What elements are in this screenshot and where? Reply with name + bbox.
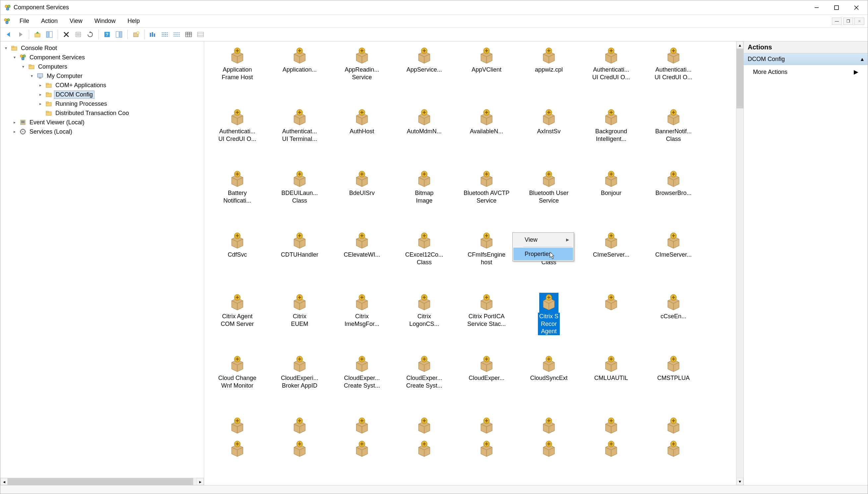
scroll-up-icon[interactable]: ▴ <box>736 41 743 49</box>
mdi-minimize-button[interactable]: — <box>832 18 842 25</box>
menu-help[interactable]: Help <box>123 16 144 26</box>
tree-item[interactable]: Distributed Transaction Coo <box>2 109 202 118</box>
scroll-track[interactable] <box>7 478 197 485</box>
dcom-item[interactable]: AuthHost <box>331 106 393 167</box>
dcom-item[interactable] <box>518 437 580 460</box>
dcom-item[interactable]: Authenticati...UI CredUI O... <box>206 106 269 167</box>
view-detail-button[interactable] <box>184 30 194 39</box>
tree-item[interactable]: ▾My Computer <box>2 71 202 80</box>
show-hide-action-pane-button[interactable] <box>114 30 124 39</box>
dcom-item[interactable]: AvailableN... <box>455 106 518 167</box>
dcom-item[interactable]: CImeServer... <box>580 229 642 291</box>
dcom-item[interactable]: CloudExper...Create Syst... <box>393 353 455 414</box>
dcom-item[interactable] <box>642 437 705 460</box>
menu-view[interactable]: View <box>65 16 87 26</box>
minimize-button[interactable] <box>807 0 827 15</box>
dcom-item[interactable] <box>331 437 393 460</box>
dcom-item[interactable]: AutoMdmN... <box>393 106 455 167</box>
properties-button[interactable] <box>73 30 83 39</box>
tree-item[interactable]: ▾Computers <box>2 62 202 71</box>
dcom-item[interactable]: CMLUAUTIL <box>580 353 642 414</box>
dcom-item[interactable] <box>393 437 455 460</box>
forward-button[interactable] <box>16 30 25 39</box>
console-tree[interactable]: ▾Console Root▾Component Services▾Compute… <box>0 41 204 478</box>
dcom-item[interactable]: cCseEn... <box>642 291 705 353</box>
dcom-item[interactable] <box>206 437 269 460</box>
tree-item[interactable]: ▸DCOM Config <box>2 90 202 99</box>
dcom-item[interactable]: CloudExper...Create Syst... <box>331 353 393 414</box>
help-button[interactable]: ? <box>102 30 112 39</box>
expand-toggle[interactable]: ▸ <box>37 101 43 106</box>
scroll-thumb[interactable] <box>7 478 193 485</box>
dcom-item[interactable]: CitrixLogonCS... <box>393 291 455 353</box>
dcom-item[interactable] <box>331 414 393 437</box>
view-status-button[interactable] <box>148 30 158 39</box>
delete-button[interactable] <box>61 30 71 39</box>
tree-item[interactable]: ▸COM+ Applications <box>2 80 202 90</box>
dcom-item[interactable]: Bluetooth UserService <box>518 167 580 229</box>
dcom-item[interactable]: BdeUISrv <box>331 167 393 229</box>
dcom-item[interactable]: AxInstSv <box>518 106 580 167</box>
dcom-item[interactable] <box>580 291 642 353</box>
close-button[interactable] <box>846 0 866 15</box>
dcom-item[interactable]: AppVClient <box>455 44 518 106</box>
dcom-item[interactable] <box>580 414 642 437</box>
scroll-right-icon[interactable]: ▸ <box>197 478 204 485</box>
mdi-close-button[interactable]: ✕ <box>854 18 864 25</box>
view-list2-button[interactable] <box>172 30 182 39</box>
dcom-item[interactable]: AppService... <box>393 44 455 106</box>
view-list-button[interactable] <box>160 30 170 39</box>
tree-item[interactable]: ▾Component Services <box>2 53 202 62</box>
expand-toggle[interactable]: ▸ <box>12 129 18 134</box>
expand-toggle[interactable]: ▸ <box>12 120 18 125</box>
dcom-item[interactable] <box>642 414 705 437</box>
back-button[interactable] <box>4 30 14 39</box>
expand-toggle[interactable]: ▾ <box>20 64 26 69</box>
menu-window[interactable]: Window <box>90 16 120 26</box>
scroll-left-icon[interactable]: ◂ <box>0 478 7 485</box>
dcom-item[interactable] <box>393 414 455 437</box>
dcom-item[interactable]: BDEUILaun...Class <box>269 167 331 229</box>
dcom-item[interactable]: CloudExper... <box>455 353 518 414</box>
dcom-item[interactable]: Citrix AgentCOM Server <box>206 291 269 353</box>
dcom-item[interactable]: CitrixImeMsgFor... <box>331 291 393 353</box>
dcom-item[interactable]: appwiz.cpl <box>518 44 580 106</box>
scroll-down-icon[interactable]: ▾ <box>736 478 743 485</box>
dcom-item[interactable] <box>206 414 269 437</box>
new-object-button[interactable] <box>131 30 141 39</box>
menu-file[interactable]: File <box>15 16 34 26</box>
dcom-icon-area[interactable]: ApplicationFrame HostApplication...AppRe… <box>204 41 736 485</box>
dcom-item[interactable]: Authenticati...UI CredUI O... <box>642 44 705 106</box>
show-hide-console-tree-button[interactable] <box>44 30 54 39</box>
dcom-item[interactable]: CDTUHandler <box>269 229 331 291</box>
dcom-item[interactable]: ApplicationFrame Host <box>206 44 269 106</box>
dcom-item[interactable]: CImeServer... <box>642 229 705 291</box>
expand-toggle[interactable]: ▾ <box>3 46 9 51</box>
tree-item[interactable]: ▸Services (Local) <box>2 127 202 136</box>
dcom-item[interactable] <box>518 414 580 437</box>
dcom-item[interactable]: CloudExperi...Broker AppID <box>269 353 331 414</box>
dcom-item[interactable]: CExcel12Co...Class <box>393 229 455 291</box>
expand-toggle[interactable]: ▸ <box>37 92 43 97</box>
dcom-item[interactable]: Cloud ChangeWnf Monitor <box>206 353 269 414</box>
expand-toggle[interactable]: ▾ <box>29 74 35 78</box>
expand-toggle[interactable]: ▸ <box>37 83 43 88</box>
expand-toggle[interactable]: ▾ <box>12 55 18 60</box>
dcom-item[interactable]: Authenticati...UI CredUI O... <box>580 44 642 106</box>
tree-item[interactable]: ▾Console Root <box>2 43 202 53</box>
actions-section-header[interactable]: DCOM Config ▴ <box>744 53 868 65</box>
view-detail2-button[interactable] <box>196 30 205 39</box>
dcom-item[interactable]: BackgroundIntelligent... <box>580 106 642 167</box>
dcom-item[interactable]: Bonjour <box>580 167 642 229</box>
dcom-item[interactable]: CMSTPLUA <box>642 353 705 414</box>
mdi-restore-button[interactable]: ❐ <box>843 18 853 25</box>
dcom-item[interactable]: BitmapImage <box>393 167 455 229</box>
dcom-item[interactable] <box>455 437 518 460</box>
dcom-item[interactable]: AppReadin...Service <box>331 44 393 106</box>
menu-action[interactable]: Action <box>37 16 62 26</box>
dcom-item[interactable]: CFmIfsEnginehost <box>455 229 518 291</box>
dcom-item[interactable]: CitrixEUEM <box>269 291 331 353</box>
maximize-button[interactable] <box>827 0 846 15</box>
dcom-item[interactable] <box>269 437 331 460</box>
up-one-level-button[interactable] <box>33 30 42 39</box>
